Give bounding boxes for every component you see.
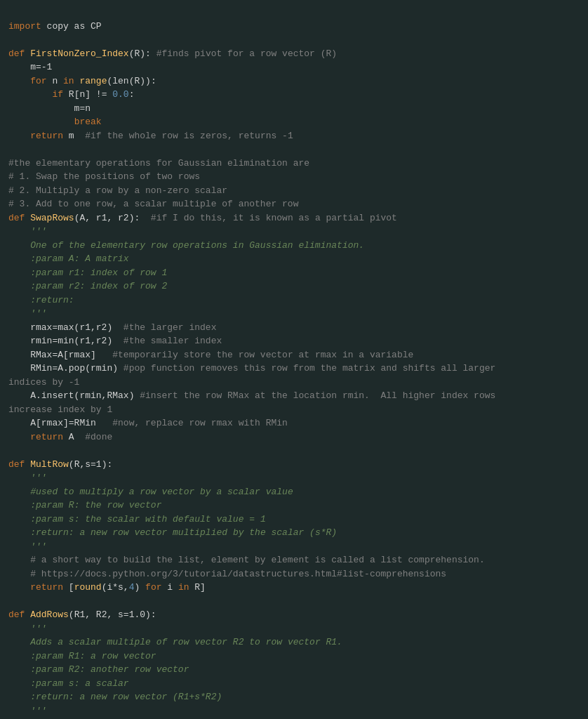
code-token: :param bbox=[30, 664, 63, 675]
code-line: indices by -1 bbox=[8, 376, 580, 390]
code-line: One of the elementary row operations in … bbox=[8, 239, 580, 253]
code-token: :param bbox=[30, 268, 63, 278]
code-token: (A, r1, r2): bbox=[74, 213, 151, 223]
code-token: copy as CP bbox=[41, 21, 102, 32]
code-token: break bbox=[74, 117, 102, 127]
code-token bbox=[8, 651, 30, 661]
code-token: RMin=A.pop(rmin) bbox=[8, 363, 123, 374]
code-token: [ bbox=[63, 582, 74, 593]
code-line: # 3. Add to one row, a scalar multiple o… bbox=[8, 197, 580, 211]
code-line: def MultRow(R,s=1): bbox=[8, 458, 580, 472]
code-token: r1: index of row 1 bbox=[63, 268, 167, 278]
code-token: : bbox=[129, 89, 135, 100]
code-line: ''' bbox=[8, 307, 580, 321]
code-token: m=-1 bbox=[8, 62, 52, 72]
code-token: for bbox=[145, 582, 161, 593]
code-token: in bbox=[178, 582, 189, 593]
code-token: def bbox=[8, 48, 30, 59]
code-token: m=n bbox=[8, 103, 91, 114]
code-token: if bbox=[52, 89, 63, 100]
code-line: m=n bbox=[8, 102, 580, 116]
code-token: return bbox=[30, 131, 63, 141]
code-token: A: A matrix bbox=[63, 253, 129, 264]
code-token: def bbox=[8, 213, 30, 223]
code-line bbox=[8, 33, 580, 47]
code-line: Adds a scalar multiple of row vector R2 … bbox=[8, 635, 580, 649]
code-token: :return: bbox=[30, 527, 74, 538]
code-token: :param bbox=[30, 281, 63, 291]
code-token: (i*s, bbox=[102, 582, 129, 593]
code-line: A[rmax]=RMin #now, replace row rmax with… bbox=[8, 416, 580, 430]
code-token: #if I do this, it is known as a partial … bbox=[151, 213, 397, 223]
code-line: :param R: the row vector bbox=[8, 499, 580, 513]
code-line: #used to multiply a row vector by a scal… bbox=[8, 485, 580, 499]
code-line: #the elementary operations for Gaussian … bbox=[8, 157, 580, 171]
code-token: #finds pivot for a row vector (R) bbox=[156, 48, 337, 59]
code-token: #the larger index bbox=[123, 322, 217, 333]
code-token: :param bbox=[30, 500, 63, 510]
code-token: R: the row vector bbox=[63, 500, 161, 510]
code-token: return bbox=[30, 582, 63, 593]
code-line: :param s: a scalar bbox=[8, 677, 580, 691]
code-token: ''' bbox=[8, 541, 47, 552]
code-token: n bbox=[47, 76, 63, 86]
code-line: def AddRows(R1, R2, s=1.0): bbox=[8, 608, 580, 622]
code-token bbox=[8, 295, 30, 305]
code-token: ''' bbox=[8, 226, 47, 237]
code-line: return m #if the whole row is zeros, ret… bbox=[8, 129, 580, 143]
code-line: # a short way to build the list, element… bbox=[8, 553, 580, 567]
code-line: m=-1 bbox=[8, 60, 580, 74]
code-token bbox=[8, 281, 30, 291]
code-line: rmin=min(r1,r2) #the smaller index bbox=[8, 334, 580, 348]
code-token: m bbox=[63, 131, 85, 141]
code-token: (R1, R2, s=1.0): bbox=[69, 609, 156, 620]
code-token: FirstNonZero_Index bbox=[30, 48, 128, 59]
code-line: :param R2: another row vector bbox=[8, 663, 580, 677]
code-token bbox=[8, 678, 30, 689]
code-token: round bbox=[74, 582, 102, 593]
code-token bbox=[8, 76, 30, 86]
code-token: r2: index of row 2 bbox=[63, 281, 167, 291]
code-token: #the elementary operations for Gaussian … bbox=[8, 158, 309, 169]
code-token: #used to multiply a row vector by a scal… bbox=[30, 487, 293, 497]
code-token: (len(R)): bbox=[107, 76, 156, 86]
code-token: i bbox=[162, 582, 178, 593]
code-token: # 3. Add to one row, a scalar multiple o… bbox=[8, 199, 298, 209]
code-token: #temporarily store the row vector at rma… bbox=[112, 350, 413, 360]
code-line: # https://docs.python.org/3/tutorial/dat… bbox=[8, 567, 580, 581]
code-token bbox=[8, 582, 30, 593]
code-token: range bbox=[79, 76, 107, 86]
code-token: #now, replace row rmax with RMin bbox=[112, 418, 288, 428]
code-token: a new row vector multiplied by the scala… bbox=[74, 527, 337, 538]
code-token: #if the whole row is zeros, returns -1 bbox=[85, 131, 293, 141]
code-token: ) bbox=[134, 582, 145, 593]
code-line bbox=[8, 595, 580, 609]
code-token: # a short way to build the list, element… bbox=[8, 555, 485, 565]
code-line: ''' bbox=[8, 622, 580, 636]
code-editor: import copy as CP def FirstNonZero_Index… bbox=[0, 0, 588, 719]
code-token: R1: a row vector bbox=[63, 651, 156, 661]
code-token bbox=[8, 268, 30, 278]
code-token: RMax=A[rmax] bbox=[8, 350, 112, 360]
code-token bbox=[8, 487, 30, 497]
code-line: A.insert(rmin,RMax) #insert the row RMax… bbox=[8, 389, 580, 403]
code-token: SwapRows bbox=[30, 213, 74, 223]
code-token: #the smaller index bbox=[123, 336, 222, 346]
code-token: # https://docs.python.org/3/tutorial/dat… bbox=[8, 569, 446, 579]
code-token: ''' bbox=[8, 308, 47, 319]
code-token: return bbox=[30, 432, 63, 442]
code-line: for n in range(len(R)): bbox=[8, 74, 580, 88]
code-line: def FirstNonZero_Index(R): #finds pivot … bbox=[8, 47, 580, 61]
code-token: :return: bbox=[30, 295, 74, 305]
code-token: :param bbox=[30, 651, 63, 661]
code-line: :param A: A matrix bbox=[8, 252, 580, 266]
code-token bbox=[8, 514, 30, 525]
code-line: # 1. Swap the positions of two rows bbox=[8, 170, 580, 184]
code-line: ''' bbox=[8, 704, 580, 718]
code-token: increase index by 1 bbox=[8, 404, 112, 415]
code-token bbox=[8, 527, 30, 538]
code-token: rmin=min(r1,r2) bbox=[8, 336, 123, 346]
code-token: (R): bbox=[129, 48, 156, 59]
code-token bbox=[8, 432, 30, 442]
code-token: Adds a scalar multiple of row vector R2 … bbox=[30, 637, 342, 647]
